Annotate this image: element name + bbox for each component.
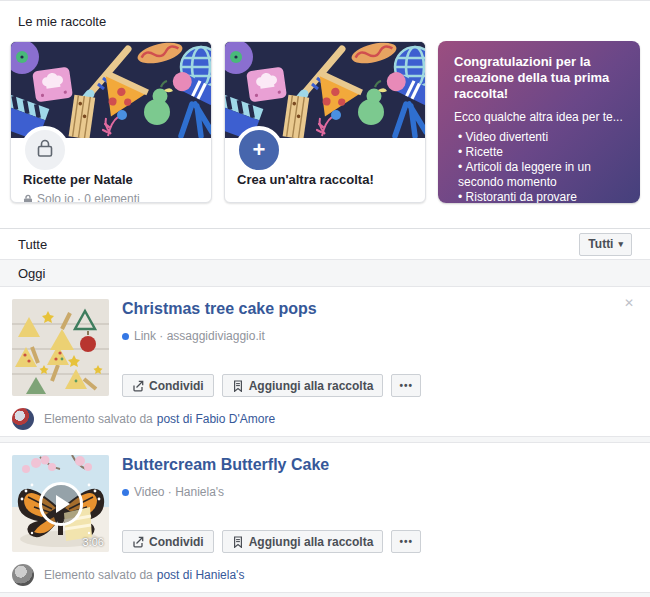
item-thumbnail[interactable]: 3:06 <box>12 455 109 552</box>
saved-from-post-link[interactable]: post di Fabio D'Amore <box>157 412 275 426</box>
collection-cover-illustration <box>225 42 425 138</box>
item-meta: Link · assaggidiviaggio.it <box>122 329 638 343</box>
section-divider <box>0 436 650 443</box>
more-options-button[interactable]: ••• <box>391 530 421 553</box>
collections-section: Le mie raccolte Ricette per Natale Solo … <box>0 1 650 203</box>
idea-item: Video divertenti <box>458 130 624 145</box>
saved-from-prefix: Elemento salvato da <box>44 568 153 582</box>
share-button[interactable]: Condividi <box>122 530 214 553</box>
collection-meta: Solo io · 0 elementi <box>23 192 199 203</box>
saved-from-post-link[interactable]: post di Haniela's <box>157 568 245 582</box>
saved-from-text: Elemento salvato dapost di Fabio D'Amore <box>44 412 275 426</box>
plus-icon: + <box>253 139 266 161</box>
item-meta-text: Link · assaggidiviaggio.it <box>134 329 265 343</box>
filter-dropdown-label: Tutti <box>588 237 613 251</box>
saved-items-page: Le mie raccolte Ricette per Natale Solo … <box>0 0 650 597</box>
privacy-badge <box>21 126 69 174</box>
share-icon <box>132 536 144 548</box>
item-actions: Condividi Aggiungi alla raccolta ••• <box>122 374 638 397</box>
section-divider <box>0 592 650 597</box>
video-duration: 3:06 <box>83 536 104 548</box>
create-collection-label[interactable]: Crea un'altra raccolta! <box>237 172 413 187</box>
idea-item: Ricette <box>458 145 624 160</box>
create-collection-card[interactable]: + Crea un'altra raccolta! <box>224 41 426 203</box>
idea-item: Articoli da leggere in un secondo moment… <box>458 160 624 190</box>
add-to-collection-button[interactable]: Aggiungi alla raccolta <box>222 530 384 553</box>
add-to-collection-button[interactable]: Aggiungi alla raccolta <box>222 374 384 397</box>
saved-from-text: Elemento salvato dapost di Haniela's <box>44 568 244 582</box>
saved-item-buttercream-butterfly-cake: 3:06 Buttercream Butterfly Cake Video · … <box>0 443 650 559</box>
collection-card-ricette-per-natale[interactable]: Ricette per Natale Solo io · 0 elementi <box>10 41 212 203</box>
collection-cards-row: Ricette per Natale Solo io · 0 elementi … <box>10 41 640 203</box>
collection-cover-illustration <box>11 42 211 138</box>
date-group-label: Oggi <box>18 266 45 281</box>
add-to-collection-label: Aggiungi alla raccolta <box>249 379 374 393</box>
share-icon <box>132 380 144 392</box>
create-collection-badge[interactable]: + <box>235 126 283 174</box>
unread-dot-icon <box>122 333 129 340</box>
item-meta-text: Video · Haniela's <box>134 485 224 499</box>
lock-small-icon <box>23 194 33 204</box>
play-icon[interactable] <box>39 482 83 526</box>
congratulations-subtitle: Ecco qualche altra idea per te... <box>454 110 624 124</box>
collection-meta-text: Solo io · 0 elementi <box>37 192 140 203</box>
item-meta: Video · Haniela's <box>122 485 638 499</box>
unread-dot-icon <box>122 489 129 496</box>
bookmark-icon <box>232 380 244 392</box>
item-thumbnail[interactable] <box>12 299 109 396</box>
idea-item: Ristoranti da provare <box>458 190 624 203</box>
filter-dropdown-button[interactable]: Tutti ▾ <box>579 233 632 256</box>
item-main: Buttercream Butterfly Cake Video · Hanie… <box>122 455 638 553</box>
add-to-collection-label: Aggiungi alla raccolta <box>249 535 374 549</box>
idea-list: Video divertenti Ricette Articoli da leg… <box>458 130 624 203</box>
filter-bar: Tutte Tutti ▾ <box>0 228 650 259</box>
item-title-link[interactable]: Buttercream Butterfly Cake <box>122 456 329 474</box>
item-title-link[interactable]: Christmas tree cake pops <box>122 300 317 318</box>
list-section-title: Tutte <box>18 237 47 252</box>
close-icon[interactable]: ✕ <box>624 297 634 309</box>
bookmark-icon <box>232 536 244 548</box>
collections-section-title: Le mie raccolte <box>10 1 640 41</box>
date-group-header: Oggi <box>0 259 650 287</box>
lock-icon <box>36 138 54 162</box>
saved-from-row: Elemento salvato dapost di Haniela's <box>0 559 650 592</box>
avatar <box>12 564 34 586</box>
congratulations-card: Congratulazioni per la creazione della t… <box>438 41 640 203</box>
more-options-button[interactable]: ••• <box>391 374 421 397</box>
share-button-label: Condividi <box>149 379 204 393</box>
collection-title[interactable]: Ricette per Natale <box>23 172 199 187</box>
item-actions: Condividi Aggiungi alla raccolta ••• <box>122 530 638 553</box>
saved-from-prefix: Elemento salvato da <box>44 412 153 426</box>
item-main: Christmas tree cake pops Link · assaggid… <box>122 299 638 397</box>
saved-from-row: Elemento salvato dapost di Fabio D'Amore <box>0 403 650 436</box>
share-button-label: Condividi <box>149 535 204 549</box>
avatar <box>12 408 34 430</box>
saved-item-christmas-tree-cake-pops: Christmas tree cake pops Link · assaggid… <box>0 287 650 403</box>
congratulations-title: Congratulazioni per la creazione della t… <box>454 54 624 102</box>
share-button[interactable]: Condividi <box>122 374 214 397</box>
chevron-down-icon: ▾ <box>618 239 623 249</box>
